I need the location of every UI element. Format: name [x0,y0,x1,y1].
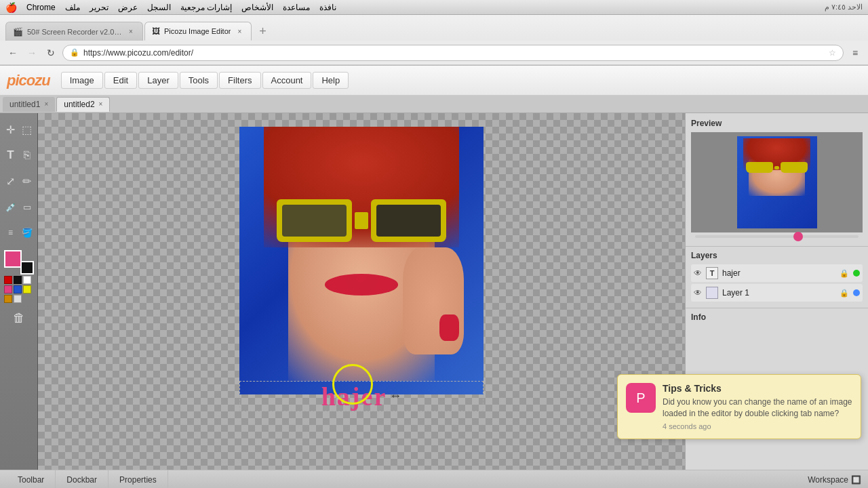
text-layer-box[interactable]: hajer ↔ [239,381,484,411]
mac-menu-history[interactable]: السجل [147,3,171,12]
mac-menubar: 🍎 Chrome ملف تحرير عرض السجل إشارات مرجع… [0,0,868,15]
tab-close-picozu[interactable]: × [235,26,244,36]
mac-menu-window[interactable]: نافذة [319,3,336,12]
swatch-red[interactable] [4,276,12,284]
foreground-color[interactable] [4,250,22,268]
pen-tool-button[interactable]: ✏ [20,169,35,193]
mac-clock: الاحد ٧:٤٥ م [825,3,863,12]
eyedropper-tool-button[interactable]: 💉 [3,195,18,219]
layer-lock-1[interactable]: 🔒 [840,289,849,298]
paint-tool-button[interactable]: 🪣 [20,220,35,245]
move-tool-button[interactable]: ✛ [3,117,18,142]
menu-image[interactable]: Image [61,72,103,89]
menu-filters[interactable]: Filters [219,72,260,89]
text-tool-icon: T [7,148,14,162]
pen-tool-icon: ✏ [22,175,31,188]
eraser-tool-button[interactable]: ▭ [20,195,35,219]
zoom-slider-thumb[interactable] [793,232,803,241]
background-color[interactable] [20,261,34,274]
zoom-slider[interactable] [695,235,859,238]
swatch-pink[interactable] [4,285,12,293]
swatch-black[interactable] [14,276,22,284]
layer-eye-text[interactable]: 👁 [694,268,702,278]
menu-help[interactable]: Help [313,72,349,89]
transform-tool-icon: ⤢ [6,175,15,188]
mac-menu-view[interactable]: عرض [118,3,138,12]
reload-button[interactable]: ↻ [43,45,58,60]
layers-title: Layers [691,251,863,260]
bottom-tab-properties[interactable]: Properties [108,470,168,489]
mac-menu-bookmarks[interactable]: إشارات مرجعية [180,3,232,12]
tab-close-recorder[interactable]: × [126,27,136,37]
bottom-tab-dockbar[interactable]: Dockbar [56,470,108,489]
address-bar[interactable]: 🔒 https://www.picozu.com/editor/ ☆ [62,45,844,61]
bottom-tab-toolbar[interactable]: Toolbar [7,470,56,489]
browser-nav-bar: ← → ↻ 🔒 https://www.picozu.com/editor/ ☆… [0,41,868,65]
eraser-tool-icon: ▭ [23,202,31,212]
doc-tab-2-close[interactable]: × [99,100,103,108]
stamp-tool-button[interactable]: ⎘ [20,143,35,167]
bookmark-star-icon[interactable]: ☆ [829,48,836,58]
trash-icon: 🗑 [13,311,25,325]
layer-eye-1[interactable]: 👁 [694,288,702,298]
stamp-tool-icon: ⎘ [24,149,31,161]
layers-section: Layers 👁 T hajer 🔒 👁 Layer 1 🔒 [686,247,868,308]
tips-app-icon: P [626,383,656,413]
tips-text: Did you know you can change the name of … [663,396,852,420]
mac-menu-help[interactable]: مساعدة [283,3,310,12]
color-swatches [4,276,34,303]
swatch-yellow[interactable] [23,285,31,293]
preview-image [736,136,818,229]
tab-label-recorder: 50# Screen Recorder v2.0 (bete... [27,28,122,36]
select-tool-button[interactable]: ⬚ [20,117,35,142]
swatch-blue[interactable] [14,285,22,293]
canvas-image[interactable] [239,127,484,394]
doc-tab-1[interactable]: untitled1 × [3,97,55,112]
bottom-bar: Toolbar Dockbar Properties Workspace 🔲 [0,470,868,488]
layer-thumb-text: T [706,267,718,279]
browser-tab-recorder[interactable]: 🎬 50# Screen Recorder v2.0 (bete... × [5,22,143,41]
browser-tab-bar: 🎬 50# Screen Recorder v2.0 (bete... × 🖼 … [0,15,868,41]
paint-tool-icon: 🪣 [22,228,33,238]
doc-tab-1-close[interactable]: × [44,100,48,108]
swatch-gray[interactable] [14,295,22,303]
layer-row-1[interactable]: 👁 Layer 1 🔒 [691,284,863,302]
mac-menu-edit[interactable]: تحرير [90,3,108,12]
mac-menu-chrome[interactable]: Chrome [26,3,56,12]
new-tab-button[interactable]: + [253,22,272,41]
eyedropper-tool-icon: 💉 [5,202,16,212]
sunglasses-layer [276,199,447,242]
mac-menu-people[interactable]: الأشخاص [241,3,273,12]
layer-lock-text[interactable]: 🔒 [840,269,849,278]
photo-layer [239,127,484,394]
info-section: Info [686,308,868,330]
browser-tab-picozu[interactable]: 🖼 Picozu Image Editor × [144,22,252,41]
menu-edit[interactable]: Edit [104,72,137,89]
doc-tab-1-label: untitled1 [9,100,40,109]
tool-group-text-stamp: T ⎘ [3,143,35,167]
workspace-button[interactable]: Workspace 🔲 [808,475,861,485]
left-toolbar: ✛ ⬚ T ⎘ ⤢ ✏ [0,113,38,470]
menu-tools[interactable]: Tools [180,72,218,89]
menu-button[interactable]: ≡ [848,45,863,60]
text-tool-button[interactable]: T [3,143,18,167]
swatch-orange[interactable] [4,295,12,303]
address-text: https://www.picozu.com/editor/ [83,48,825,58]
mac-menu-file[interactable]: ملف [65,3,80,12]
ruler-tool-button[interactable]: ≡ [3,220,18,245]
menu-layer[interactable]: Layer [138,72,178,89]
picozu-logo: picozu [7,72,50,89]
doc-tab-2-label: untitled2 [64,100,94,109]
back-button[interactable]: ← [5,45,20,60]
doc-tab-2[interactable]: untitled2 × [56,97,110,112]
menu-account[interactable]: Account [262,72,312,89]
swatch-white[interactable] [23,276,31,284]
transform-tool-button[interactable]: ⤢ [3,169,18,193]
nail-layer [439,314,459,342]
trash-tool-button[interactable]: 🗑 [8,307,30,329]
forward-button[interactable]: → [24,45,39,60]
layer-row-text[interactable]: 👁 T hajer 🔒 [691,264,863,282]
tips-title: Tips & Tricks [663,383,852,394]
canvas-area[interactable]: hajer ↔ [38,113,685,470]
apple-menu[interactable]: 🍎 [5,2,17,13]
